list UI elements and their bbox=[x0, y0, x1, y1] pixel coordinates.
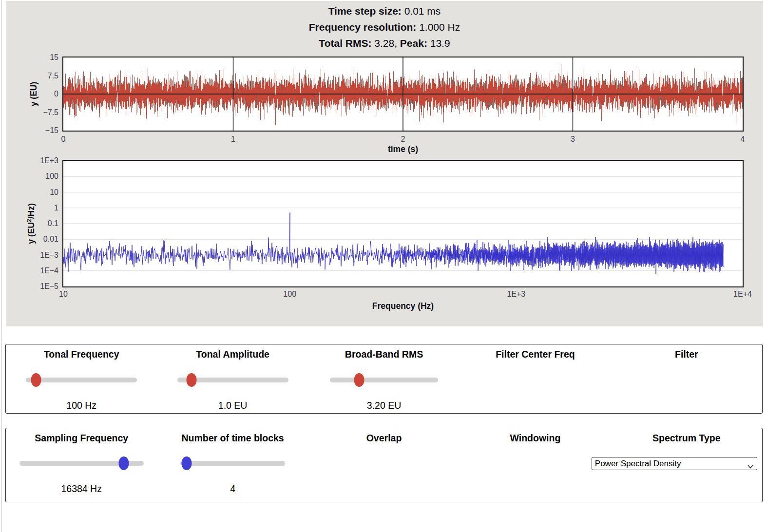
time-blocks-column: Number of time blocks 4 bbox=[157, 428, 308, 502]
psd-ytick: 1E−5 bbox=[28, 282, 58, 291]
time-xtick: 4 bbox=[741, 135, 745, 144]
peak-value: 13.9 bbox=[427, 38, 450, 49]
tonal-frequency-label: Tonal Frequency bbox=[44, 349, 119, 360]
psd-ytick: 1E−4 bbox=[28, 266, 58, 275]
time-ytick: 7.5 bbox=[28, 72, 58, 80]
psd-y-title-part: /Hz) bbox=[26, 203, 36, 219]
psd-y-axis-title: y (EU2/Hz) bbox=[26, 203, 37, 244]
tonal-amplitude-slider-track[interactable] bbox=[177, 378, 288, 382]
psd-ytick: 10 bbox=[28, 188, 58, 197]
psd-y-title-part: y (EU bbox=[26, 222, 36, 244]
time-step-label: Time step size: bbox=[328, 5, 402, 17]
psd-xtick: 1E+3 bbox=[507, 290, 525, 299]
time-xtick: 0 bbox=[61, 135, 66, 144]
psd-y-title-sup: 2 bbox=[26, 219, 33, 222]
tonal-frequency-column: Tonal Frequency 100 Hz bbox=[6, 344, 157, 413]
broadband-rms-slider[interactable] bbox=[308, 360, 460, 399]
tonal-frequency-value: 100 Hz bbox=[66, 399, 96, 411]
filter-center-freq-column: Filter Center Freq bbox=[460, 344, 611, 413]
total-rms-label: Total RMS: bbox=[319, 38, 371, 49]
time-blocks-slider-track[interactable] bbox=[180, 461, 285, 466]
filter-center-freq-label: Filter Center Freq bbox=[496, 349, 575, 360]
spectrum-type-column: Spectrum Type Power Spectral Density bbox=[611, 428, 762, 502]
sampling-frequency-slider-track[interactable] bbox=[19, 461, 144, 466]
time-series-canvas bbox=[63, 57, 743, 131]
time-xtick: 2 bbox=[401, 135, 405, 144]
filter-label: Filter bbox=[675, 349, 698, 360]
broadband-rms-slider-thumb[interactable] bbox=[354, 373, 364, 387]
overlap-label: Overlap bbox=[366, 433, 402, 444]
psd-ytick: 1E+3 bbox=[28, 156, 58, 165]
tone-controls-panel: Tonal Frequency 100 Hz Tonal Amplitude 1… bbox=[5, 344, 763, 414]
spectrum-type-select-area: Power Spectral Density bbox=[611, 444, 762, 483]
psd-canvas bbox=[63, 161, 743, 286]
filter-column: Filter bbox=[611, 344, 762, 413]
tonal-frequency-slider-track[interactable] bbox=[26, 378, 137, 382]
spectrum-type-select[interactable]: Power Spectral Density bbox=[592, 457, 757, 470]
time-blocks-value: 4 bbox=[230, 483, 235, 494]
psd-plot[interactable] bbox=[62, 160, 744, 287]
rms-peak-line: Total RMS: 3.28, Peak: 13.9 bbox=[6, 35, 763, 51]
tonal-amplitude-label: Tonal Amplitude bbox=[196, 349, 269, 360]
broadband-rms-column: Broad-Band RMS 3.20 EU bbox=[308, 344, 460, 413]
peak-label: Peak: bbox=[400, 38, 427, 49]
windowing-column: Windowing bbox=[460, 428, 611, 502]
psd-x-axis-title: Frequency (Hz) bbox=[372, 301, 434, 311]
tonal-amplitude-slider-thumb[interactable] bbox=[187, 373, 197, 387]
tonal-amplitude-value: 1.0 EU bbox=[218, 399, 248, 411]
spectrum-controls-panel: Sampling Frequency 16384 Hz Number of ti… bbox=[5, 428, 763, 502]
psd-ytick: 1E−3 bbox=[28, 251, 58, 260]
time-ytick: −15 bbox=[28, 126, 58, 135]
time-xtick: 3 bbox=[571, 135, 575, 144]
broadband-rms-label: Broad-Band RMS bbox=[345, 349, 423, 360]
psd-xtick: 10 bbox=[59, 290, 68, 299]
time-x-axis-title: time (s) bbox=[388, 144, 418, 154]
tonal-amplitude-column: Tonal Amplitude 1.0 EU bbox=[157, 344, 308, 413]
sampling-frequency-column: Sampling Frequency 16384 Hz bbox=[6, 428, 157, 502]
time-y-axis-title: y (EU) bbox=[29, 82, 39, 107]
time-blocks-slider-thumb[interactable] bbox=[182, 456, 192, 470]
time-step-line: Time step size: 0.01 ms bbox=[6, 3, 763, 19]
sampling-frequency-label: Sampling Frequency bbox=[35, 433, 128, 444]
tonal-frequency-slider[interactable] bbox=[6, 360, 157, 399]
freq-resolution-line: Frequency resolution: 1.000 Hz bbox=[6, 19, 763, 35]
spectrum-type-select-wrap: Power Spectral Density bbox=[592, 457, 757, 470]
time-step-value: 0.01 ms bbox=[402, 5, 441, 17]
time-ytick: 15 bbox=[28, 53, 58, 62]
freq-resolution-label: Frequency resolution: bbox=[309, 21, 417, 33]
overlap-column: Overlap bbox=[308, 428, 460, 502]
time-series-plot[interactable] bbox=[62, 57, 744, 132]
time-xtick: 1 bbox=[231, 135, 235, 144]
psd-xtick: 1E+4 bbox=[733, 290, 752, 299]
broadband-rms-slider-track[interactable] bbox=[330, 378, 438, 382]
total-rms-value: 3.28, bbox=[371, 38, 400, 49]
tonal-amplitude-slider[interactable] bbox=[157, 360, 308, 399]
tonal-frequency-slider-thumb[interactable] bbox=[31, 373, 41, 387]
page-left-border bbox=[1, 0, 2, 532]
time-ytick: −7.5 bbox=[28, 108, 58, 117]
psd-trace bbox=[63, 213, 723, 274]
freq-resolution-value: 1.000 Hz bbox=[416, 21, 460, 33]
spectrum-type-label: Spectrum Type bbox=[652, 433, 720, 444]
broadband-rms-value: 3.20 EU bbox=[367, 399, 401, 411]
sampling-frequency-slider-thumb[interactable] bbox=[118, 456, 129, 470]
time-blocks-label: Number of time blocks bbox=[182, 433, 284, 444]
windowing-label: Windowing bbox=[510, 433, 561, 444]
psd-ytick: 100 bbox=[28, 172, 58, 181]
psd-xtick: 100 bbox=[283, 290, 296, 299]
time-blocks-slider[interactable] bbox=[157, 444, 308, 483]
sampling-frequency-slider[interactable] bbox=[6, 444, 157, 483]
status-header: Time step size: 0.01 ms Frequency resolu… bbox=[6, 3, 763, 51]
sampling-frequency-value: 16384 Hz bbox=[61, 483, 101, 494]
